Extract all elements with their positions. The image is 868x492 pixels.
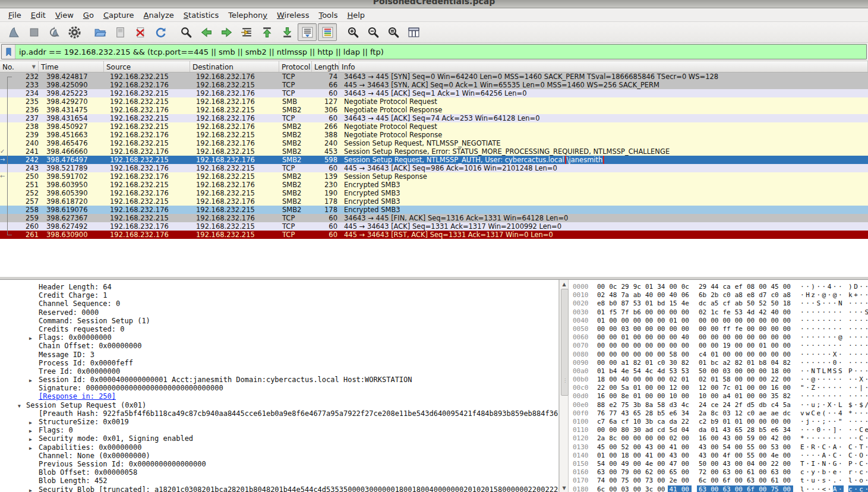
column-header-info[interactable]: Info [339,61,868,72]
packet-details-pane[interactable]: Header Length: 64Credit Charge: 1Channel… [0,280,559,492]
detail-line-20[interactable]: Channel: None (0x00000000) [0,452,558,460]
hex-row-0170[interactable]: 01707400750073002e006c006f0063006100t·u·… [569,477,868,485]
packet-row-237[interactable]: 237398.431654192.168.232.215192.168.232.… [0,114,868,122]
hex-row-0060[interactable]: 006000000100000000400000000000000000····… [569,333,868,342]
colorize-button[interactable] [318,23,337,41]
stop-capture-button[interactable] [24,23,43,41]
menu-capture[interactable]: Capture [99,10,139,21]
hex-row-00a0[interactable]: 00a001b44e544c4d53535000030000001800··NT… [569,367,868,376]
hex-row-0040[interactable]: 004001000000000001000000000000000000····… [569,317,868,325]
packet-row-258[interactable]: 258398.619076192.168.232.176192.168.232.… [0,206,868,214]
detail-line-19[interactable]: ▶Capabilities: 0x00000000 [0,443,558,452]
column-header-no[interactable]: No.▼ [0,61,39,72]
menu-help[interactable]: Help [342,10,370,21]
detail-line-10[interactable]: Tree Id: 0x00000000 [0,367,558,376]
detail-line-6[interactable]: ▶Flags: 0x00000000 [0,333,558,342]
packet-row-240[interactable]: 240398.465476192.168.232.215192.168.232.… [0,139,868,147]
go-forward-button[interactable] [217,23,236,41]
packet-row-242[interactable]: →242398.476497192.168.232.215192.168.232… [0,156,868,164]
detail-line-1[interactable]: Credit Charge: 1 [0,291,558,299]
hex-row-0030[interactable]: 003001f57fb600000000021cfe534d424000····… [569,308,868,317]
close-file-button[interactable] [131,23,150,41]
scroll-down-arrow[interactable]: ▼ [560,484,568,492]
hex-row-0130[interactable]: 013045005200430041004300540055005300E·R·… [569,443,868,452]
display-filter-field[interactable] [1,44,867,59]
expand-arrow-icon[interactable]: ▶ [29,487,32,492]
shark-fin-start-button[interactable] [4,23,23,41]
go-to-packet-button[interactable] [237,23,256,41]
display-filter-input[interactable] [15,45,866,59]
detail-line-9[interactable]: Process Id: 0x0000feff [0,359,558,367]
detail-line-14[interactable]: ▼Session Setup Request (0x01) [0,401,558,409]
detail-line-8[interactable]: Message ID: 3 [0,351,558,359]
restart-capture-button[interactable] [45,23,64,41]
packet-row-239[interactable]: 239398.451663192.168.232.176192.168.232.… [0,131,868,139]
zoom-in-button[interactable] [343,23,362,41]
resize-columns-button[interactable] [404,23,423,41]
detail-line-5[interactable]: Credits requested: 0 [0,325,558,333]
hex-row-0120[interactable]: 01202a8c0000000002001600430059004200*···… [569,434,868,443]
hex-row-0010[interactable]: 001002487aab400040066b2bc0a8e8d7c0a8·Hz·… [569,291,868,299]
detail-text[interactable]: [Response in: 250] [39,392,116,400]
scroll-up-arrow[interactable]: ▲ [560,280,568,288]
hex-bytes-pane[interactable]: 0000000c299c0134000c2944caef08004500··)·… [569,280,868,492]
packet-row-251[interactable]: 251398.603950192.168.232.215192.168.232.… [0,181,868,189]
go-top-button[interactable] [257,23,276,41]
detail-line-4[interactable]: Command: Session Setup (1) [0,317,558,325]
zoom-out-button[interactable] [364,23,383,41]
menu-tools[interactable]: Tools [314,10,342,21]
detail-line-23[interactable]: Blob Length: 452 [0,477,558,485]
save-file-button[interactable] [111,23,130,41]
detail-line-22[interactable]: Blob Offset: 0x00000058 [0,468,558,477]
menu-go[interactable]: Go [78,10,99,21]
menu-file[interactable]: File [4,10,26,21]
detail-line-24[interactable]: ▶Security Blob [truncated]: a18201c03082… [0,485,558,492]
hex-row-00e0[interactable]: 00e088e2753b8a58d34c24ce242fd5dbc45a··u;… [569,401,868,409]
menu-wireless[interactable]: Wireless [272,10,314,21]
packet-row-235[interactable]: 235398.429270192.168.232.215192.168.232.… [0,97,868,106]
hex-row-0020[interactable]: 0020e8b0875301bd154edca5cfab50525018···S… [569,299,868,308]
packet-row-238[interactable]: 238398.450927192.168.232.215192.168.232.… [0,122,868,131]
hex-row-00d0[interactable]: 00d016008e01000010001000a40100003582····… [569,392,868,400]
zoom-original-button[interactable] [384,23,403,41]
capture-options-button[interactable] [65,23,84,41]
detail-line-2[interactable]: Channel Sequence: 0 [0,299,558,308]
column-header-length[interactable]: Length [312,61,339,72]
packet-row-257[interactable]: 257398.618720192.168.232.215192.168.232.… [0,197,868,206]
column-header-protocol[interactable]: Protocol [279,61,312,72]
packet-row-252[interactable]: 252398.605390192.168.232.176192.168.232.… [0,189,868,197]
detail-line-12[interactable]: Signature: 00000000000000000000000000000… [0,384,558,392]
menu-analyze[interactable]: Analyze [139,10,179,21]
hex-row-00b0[interactable]: 00b018004000000002010201580000002200··@·… [569,376,868,384]
detail-line-16[interactable]: ▶StructureSize: 0x0019 [0,418,558,426]
menu-statistics[interactable]: Statistics [179,10,223,21]
detail-line-0[interactable]: Header Length: 64 [0,283,558,291]
details-scrollbar[interactable]: ▲ ⋮ ▼ [559,280,569,492]
window-titlebar[interactable]: PoisonedCredentials.pcap [0,0,868,8]
packet-row-243[interactable]: 243398.521789192.168.232.176192.168.232.… [0,164,868,172]
detail-line-17[interactable]: ▶Flags: 0 [0,426,558,434]
reload-file-button[interactable] [151,23,170,41]
hex-row-0140[interactable]: 0140010018004100430043004f0055004e00····… [569,452,868,460]
packet-row-259[interactable]: 259398.627367192.168.232.215192.168.232.… [0,214,868,222]
packet-row-233[interactable]: 233398.425090192.168.232.176192.168.232.… [0,81,868,89]
hex-row-0090[interactable]: 00900000a18201c0308201bca28201b80482····… [569,359,868,367]
hex-row-0070[interactable]: 007000000000000000000000190000010000····… [569,342,868,350]
menu-view[interactable]: View [50,10,78,21]
packet-row-250[interactable]: ←250398.591702192.168.232.176192.168.232… [0,172,868,181]
hex-row-0050[interactable]: 005000000300000000000000fffe00000000····… [569,325,868,333]
hex-row-00f0[interactable]: 00f07677436528b5e6342a8c0312c0aeaedcvwCe… [569,409,868,418]
hex-row-0110[interactable]: 011000008030adcd5d04da01436528b5e634···0… [569,426,868,434]
hex-row-0160[interactable]: 016063007900620065007200630061006300c·y·… [569,468,868,477]
column-header-source[interactable]: Source [104,61,190,72]
open-file-button[interactable] [90,23,109,41]
auto-scroll-button[interactable] [298,23,317,41]
detail-line-11[interactable]: ▶Session Id: 0x0000400000000001 Acct:jan… [0,376,558,384]
packet-row-241[interactable]: ✓241398.466660192.168.232.176192.168.232… [0,147,868,156]
detail-line-7[interactable]: Chain Offset: 0x00000000 [0,342,558,350]
menu-edit[interactable]: Edit [26,10,50,21]
menu-telephony[interactable]: Telephony [223,10,272,21]
detail-line-3[interactable]: Reserved: 0000 [0,308,558,317]
packet-row-260[interactable]: 260398.627492192.168.232.176192.168.232.… [0,222,868,231]
detail-line-15[interactable]: [Preauth Hash: 922fa5bf4f6b118ca49c87cb9… [0,409,558,418]
